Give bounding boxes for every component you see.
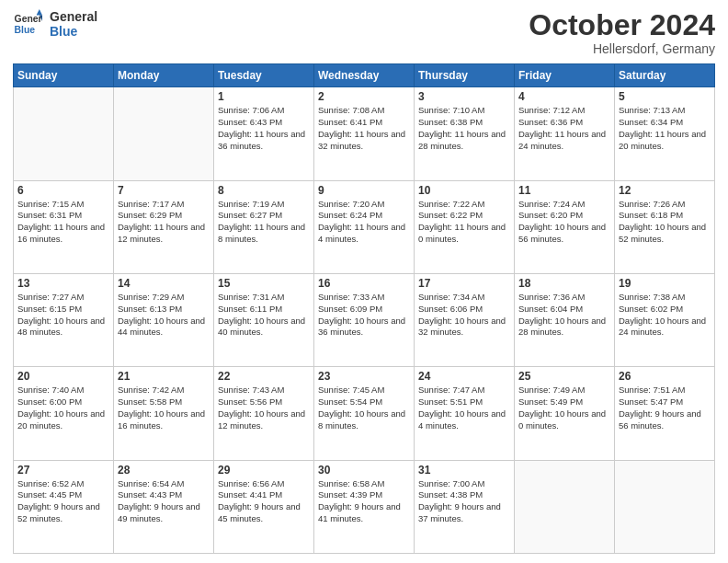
calendar-cell	[114, 87, 214, 180]
cell-info: Sunrise: 7:17 AM Sunset: 6:29 PM Dayligh…	[118, 199, 210, 246]
day-number: 29	[218, 464, 310, 477]
cell-info: Sunrise: 7:33 AM Sunset: 6:09 PM Dayligh…	[318, 292, 410, 339]
header: General Blue General Blue October 2024 H…	[13, 9, 715, 56]
cell-info: Sunrise: 7:22 AM Sunset: 6:22 PM Dayligh…	[418, 199, 510, 246]
day-number: 4	[518, 90, 610, 103]
cell-info: Sunrise: 7:34 AM Sunset: 6:06 PM Dayligh…	[418, 292, 510, 339]
calendar-cell: 7Sunrise: 7:17 AM Sunset: 6:29 PM Daylig…	[114, 180, 214, 273]
day-number: 9	[318, 184, 410, 197]
page: General Blue General Blue October 2024 H…	[0, 0, 728, 563]
cell-info: Sunrise: 7:38 AM Sunset: 6:02 PM Dayligh…	[619, 292, 711, 339]
logo-line2: Blue	[50, 24, 97, 39]
day-number: 1	[218, 90, 310, 103]
calendar-cell: 21Sunrise: 7:42 AM Sunset: 5:58 PM Dayli…	[114, 367, 214, 460]
weekday-header-saturday: Saturday	[615, 64, 715, 87]
svg-text:Blue: Blue	[15, 25, 36, 35]
day-number: 12	[619, 184, 711, 197]
day-number: 25	[518, 370, 610, 383]
week-row-3: 20Sunrise: 7:40 AM Sunset: 6:00 PM Dayli…	[14, 367, 715, 460]
day-number: 18	[518, 277, 610, 290]
weekday-header-monday: Monday	[114, 64, 214, 87]
cell-info: Sunrise: 7:36 AM Sunset: 6:04 PM Dayligh…	[518, 292, 610, 339]
weekday-header-thursday: Thursday	[415, 64, 515, 87]
day-number: 24	[418, 370, 510, 383]
week-row-2: 13Sunrise: 7:27 AM Sunset: 6:15 PM Dayli…	[14, 273, 715, 366]
day-number: 21	[118, 370, 210, 383]
calendar-cell: 18Sunrise: 7:36 AM Sunset: 6:04 PM Dayli…	[515, 273, 615, 366]
day-number: 8	[218, 184, 310, 197]
cell-info: Sunrise: 7:06 AM Sunset: 6:43 PM Dayligh…	[218, 105, 310, 152]
cell-info: Sunrise: 7:19 AM Sunset: 6:27 PM Dayligh…	[218, 199, 310, 246]
day-number: 5	[619, 90, 711, 103]
day-number: 15	[218, 277, 310, 290]
day-number: 11	[518, 184, 610, 197]
cell-info: Sunrise: 7:10 AM Sunset: 6:38 PM Dayligh…	[418, 105, 510, 152]
cell-info: Sunrise: 7:20 AM Sunset: 6:24 PM Dayligh…	[318, 199, 410, 246]
calendar-cell: 28Sunrise: 6:54 AM Sunset: 4:43 PM Dayli…	[114, 460, 214, 553]
day-number: 2	[318, 90, 410, 103]
day-number: 6	[17, 184, 109, 197]
calendar-cell: 14Sunrise: 7:29 AM Sunset: 6:13 PM Dayli…	[114, 273, 214, 366]
day-number: 7	[118, 184, 210, 197]
calendar-cell	[14, 87, 114, 180]
logo: General Blue General Blue	[13, 9, 97, 39]
cell-info: Sunrise: 7:15 AM Sunset: 6:31 PM Dayligh…	[17, 199, 109, 246]
day-number: 14	[118, 277, 210, 290]
day-number: 23	[318, 370, 410, 383]
calendar-cell: 19Sunrise: 7:38 AM Sunset: 6:02 PM Dayli…	[615, 273, 715, 366]
calendar-cell: 26Sunrise: 7:51 AM Sunset: 5:47 PM Dayli…	[615, 367, 715, 460]
day-number: 10	[418, 184, 510, 197]
calendar-cell: 24Sunrise: 7:47 AM Sunset: 5:51 PM Dayli…	[415, 367, 515, 460]
calendar-cell: 5Sunrise: 7:13 AM Sunset: 6:34 PM Daylig…	[615, 87, 715, 180]
svg-text:General: General	[15, 14, 42, 24]
day-number: 13	[17, 277, 109, 290]
day-number: 26	[619, 370, 711, 383]
svg-marker-2	[37, 9, 42, 15]
location: Hellersdorf, Germany	[529, 41, 715, 56]
cell-info: Sunrise: 7:43 AM Sunset: 5:56 PM Dayligh…	[218, 385, 310, 431]
calendar-cell: 11Sunrise: 7:24 AM Sunset: 6:20 PM Dayli…	[515, 180, 615, 273]
calendar-cell: 1Sunrise: 7:06 AM Sunset: 6:43 PM Daylig…	[214, 87, 314, 180]
calendar-cell: 12Sunrise: 7:26 AM Sunset: 6:18 PM Dayli…	[615, 180, 715, 273]
cell-info: Sunrise: 7:08 AM Sunset: 6:41 PM Dayligh…	[318, 105, 410, 152]
calendar-cell: 3Sunrise: 7:10 AM Sunset: 6:38 PM Daylig…	[415, 87, 515, 180]
logo-icon: General Blue	[13, 9, 42, 39]
weekday-header-row: SundayMondayTuesdayWednesdayThursdayFrid…	[14, 64, 715, 87]
cell-info: Sunrise: 7:27 AM Sunset: 6:15 PM Dayligh…	[17, 292, 109, 339]
weekday-header-tuesday: Tuesday	[214, 64, 314, 87]
cell-info: Sunrise: 7:51 AM Sunset: 5:47 PM Dayligh…	[619, 385, 711, 431]
weekday-header-sunday: Sunday	[14, 64, 114, 87]
cell-info: Sunrise: 7:31 AM Sunset: 6:11 PM Dayligh…	[218, 292, 310, 339]
calendar-cell	[515, 460, 615, 553]
calendar-cell: 22Sunrise: 7:43 AM Sunset: 5:56 PM Dayli…	[214, 367, 314, 460]
day-number: 28	[118, 464, 210, 477]
cell-info: Sunrise: 6:56 AM Sunset: 4:41 PM Dayligh…	[218, 478, 310, 525]
cell-info: Sunrise: 7:13 AM Sunset: 6:34 PM Dayligh…	[619, 105, 711, 152]
calendar-cell: 17Sunrise: 7:34 AM Sunset: 6:06 PM Dayli…	[415, 273, 515, 366]
cell-info: Sunrise: 7:29 AM Sunset: 6:13 PM Dayligh…	[118, 292, 210, 339]
cell-info: Sunrise: 6:54 AM Sunset: 4:43 PM Dayligh…	[118, 478, 210, 525]
cell-info: Sunrise: 7:49 AM Sunset: 5:49 PM Dayligh…	[518, 385, 610, 431]
calendar-cell: 16Sunrise: 7:33 AM Sunset: 6:09 PM Dayli…	[314, 273, 415, 366]
cell-info: Sunrise: 7:00 AM Sunset: 4:38 PM Dayligh…	[418, 478, 510, 525]
week-row-4: 27Sunrise: 6:52 AM Sunset: 4:45 PM Dayli…	[14, 460, 715, 553]
calendar-cell: 9Sunrise: 7:20 AM Sunset: 6:24 PM Daylig…	[314, 180, 415, 273]
week-row-0: 1Sunrise: 7:06 AM Sunset: 6:43 PM Daylig…	[14, 87, 715, 180]
calendar-cell: 30Sunrise: 6:58 AM Sunset: 4:39 PM Dayli…	[314, 460, 415, 553]
cell-info: Sunrise: 7:40 AM Sunset: 6:00 PM Dayligh…	[17, 385, 109, 431]
calendar-cell: 8Sunrise: 7:19 AM Sunset: 6:27 PM Daylig…	[214, 180, 314, 273]
calendar-cell: 29Sunrise: 6:56 AM Sunset: 4:41 PM Dayli…	[214, 460, 314, 553]
day-number: 16	[318, 277, 410, 290]
calendar-table: SundayMondayTuesdayWednesdayThursdayFrid…	[13, 63, 715, 554]
calendar-cell: 13Sunrise: 7:27 AM Sunset: 6:15 PM Dayli…	[14, 273, 114, 366]
calendar-cell: 2Sunrise: 7:08 AM Sunset: 6:41 PM Daylig…	[314, 87, 415, 180]
calendar-cell	[615, 460, 715, 553]
cell-info: Sunrise: 7:26 AM Sunset: 6:18 PM Dayligh…	[619, 199, 711, 246]
calendar-cell: 6Sunrise: 7:15 AM Sunset: 6:31 PM Daylig…	[14, 180, 114, 273]
week-row-1: 6Sunrise: 7:15 AM Sunset: 6:31 PM Daylig…	[14, 180, 715, 273]
calendar-cell: 31Sunrise: 7:00 AM Sunset: 4:38 PM Dayli…	[415, 460, 515, 553]
day-number: 17	[418, 277, 510, 290]
day-number: 27	[17, 464, 109, 477]
calendar-cell: 25Sunrise: 7:49 AM Sunset: 5:49 PM Dayli…	[515, 367, 615, 460]
day-number: 31	[418, 464, 510, 477]
